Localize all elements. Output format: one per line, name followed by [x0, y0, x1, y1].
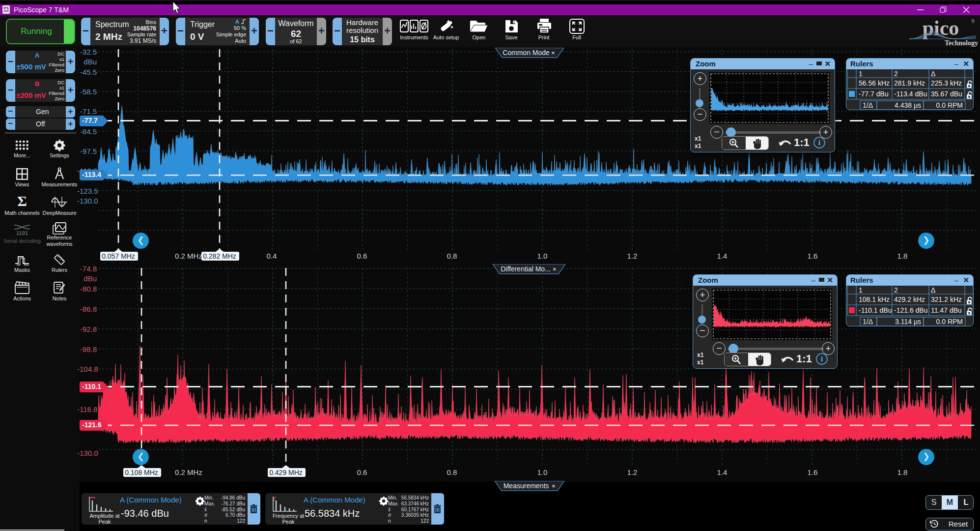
svg-text:0.429 MHz: 0.429 MHz	[269, 469, 303, 476]
svg-text:0.282 MHz: 0.282 MHz	[203, 252, 236, 260]
svg-text:0.057 MHz: 0.057 MHz	[102, 252, 135, 260]
svg-text:×: ×	[553, 266, 557, 273]
svg-text:×: ×	[552, 482, 556, 490]
svg-text:×: ×	[551, 49, 555, 57]
svg-text:Common Mode: Common Mode	[503, 49, 550, 57]
svg-text:0.108 MHz: 0.108 MHz	[125, 469, 158, 476]
svg-text:Measurements: Measurements	[504, 482, 549, 490]
svg-text:Differential Mo...: Differential Mo...	[501, 265, 551, 273]
